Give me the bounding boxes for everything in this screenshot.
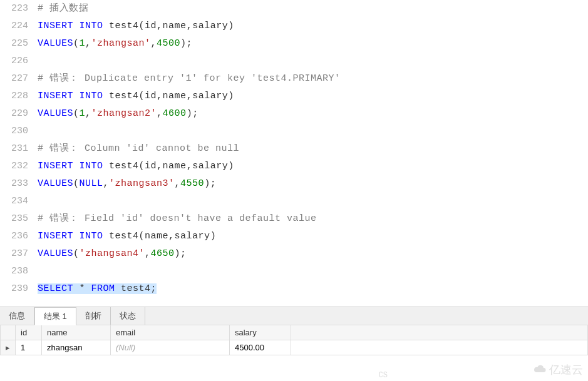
- code-line[interactable]: SELECT * FROM test4;: [38, 280, 588, 298]
- code-line[interactable]: # 错误： Duplicate entry '1' for key 'test4…: [38, 70, 588, 88]
- code-line[interactable]: VALUES(NULL,'zhangsan3',4550);: [38, 175, 588, 193]
- col-header-email[interactable]: email: [111, 325, 230, 340]
- line-number-gutter: 2232242252262272282292302312322332342352…: [0, 0, 34, 307]
- line-number: 224: [0, 18, 28, 35]
- line-number: 230: [0, 123, 28, 140]
- code-line[interactable]: [38, 193, 588, 210]
- code-line[interactable]: INSERT INTO test4(id,name,salary): [38, 88, 588, 105]
- code-line[interactable]: INSERT INTO test4(id,name,salary): [38, 158, 588, 175]
- line-number: 233: [0, 175, 28, 193]
- result-table: id name email salary ▸1zhangsan(Null)450…: [0, 325, 588, 355]
- line-number: 229: [0, 105, 28, 123]
- cell-spacer: [291, 340, 588, 355]
- tab-2[interactable]: 剖析: [76, 307, 111, 325]
- watermark-text: 亿速云: [549, 362, 583, 377]
- code-line[interactable]: # 插入数据: [38, 0, 588, 18]
- code-line[interactable]: VALUES(1,'zhangsan2',4600);: [38, 105, 588, 123]
- cell-salary[interactable]: 4500.00: [230, 340, 291, 355]
- tab-0[interactable]: 信息: [0, 307, 34, 325]
- code-line[interactable]: VALUES('zhangsan4',4650);: [38, 245, 588, 263]
- col-spacer: [291, 325, 588, 340]
- table-row[interactable]: ▸1zhangsan(Null)4500.00: [1, 340, 588, 355]
- line-number: 226: [0, 53, 28, 70]
- code-area[interactable]: # 插入数据INSERT INTO test4(id,name,salary)V…: [34, 0, 588, 307]
- line-number: 234: [0, 193, 28, 210]
- line-number: 228: [0, 88, 28, 105]
- row-selector-header: [1, 325, 16, 340]
- code-line[interactable]: [38, 53, 588, 70]
- cell-email[interactable]: (Null): [111, 340, 230, 355]
- code-line[interactable]: # 错误： Column 'id' cannot be null: [38, 140, 588, 158]
- tab-3[interactable]: 状态: [111, 307, 145, 325]
- header-row: id name email salary: [1, 325, 588, 340]
- row-selector[interactable]: ▸: [1, 340, 16, 355]
- line-number: 231: [0, 140, 28, 158]
- line-number: 237: [0, 245, 28, 263]
- line-number: 238: [0, 263, 28, 280]
- tab-1[interactable]: 结果 1: [34, 307, 76, 325]
- line-number: 232: [0, 158, 28, 175]
- code-line[interactable]: VALUES(1,'zhangsan',4500);: [38, 35, 588, 53]
- code-line[interactable]: [38, 263, 588, 280]
- code-line[interactable]: INSERT INTO test4(name,salary): [38, 228, 588, 245]
- line-number: 225: [0, 35, 28, 53]
- col-header-id[interactable]: id: [16, 325, 42, 340]
- col-header-name[interactable]: name: [42, 325, 111, 340]
- cell-id[interactable]: 1: [16, 340, 42, 355]
- results-panel: 信息结果 1剖析状态 id name email salary ▸1zhangs…: [0, 307, 588, 355]
- cloud-icon: [532, 363, 547, 377]
- panel-tabs: 信息结果 1剖析状态: [0, 307, 588, 325]
- watermark: 亿速云: [532, 362, 583, 377]
- line-number: 235: [0, 210, 28, 228]
- line-number: 223: [0, 0, 28, 18]
- cell-name[interactable]: zhangsan: [42, 340, 111, 355]
- code-line[interactable]: [38, 123, 588, 140]
- line-number: 236: [0, 228, 28, 245]
- sql-editor[interactable]: 2232242252262272282292302312322332342352…: [0, 0, 588, 307]
- cs-watermark: CS: [379, 371, 388, 380]
- line-number: 227: [0, 70, 28, 88]
- line-number: 239: [0, 280, 28, 298]
- col-header-salary[interactable]: salary: [230, 325, 291, 340]
- code-line[interactable]: INSERT INTO test4(id,name,salary): [38, 18, 588, 35]
- code-line[interactable]: # 错误： Field 'id' doesn't have a default …: [38, 210, 588, 228]
